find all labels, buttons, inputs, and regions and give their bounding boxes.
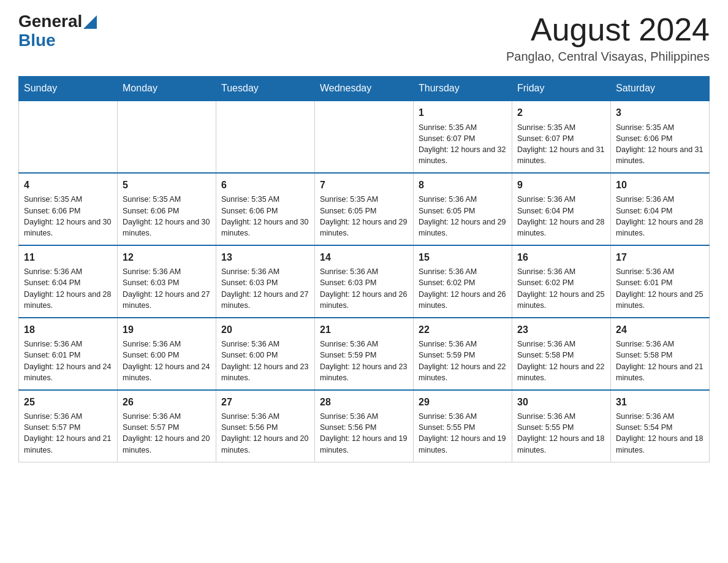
day-number: 26 — [123, 396, 211, 409]
calendar-header-monday: Monday — [118, 77, 216, 101]
day-number: 15 — [419, 251, 507, 264]
logo-general-text: General — [18, 12, 82, 31]
day-number: 17 — [616, 251, 704, 264]
calendar-cell-2-6: 9Sunrise: 5:36 AM Sunset: 6:04 PM Daylig… — [512, 173, 611, 245]
day-number: 19 — [123, 323, 211, 337]
day-number: 12 — [123, 251, 211, 264]
day-info: Sunrise: 5:36 AM Sunset: 6:01 PM Dayligh… — [24, 339, 112, 383]
day-number: 25 — [24, 396, 112, 409]
day-info: Sunrise: 5:36 AM Sunset: 5:55 PM Dayligh… — [419, 411, 507, 456]
day-number: 8 — [419, 178, 507, 192]
calendar-header-thursday: Thursday — [414, 77, 512, 101]
logo-triangle-icon — [83, 15, 97, 29]
day-info: Sunrise: 5:36 AM Sunset: 6:01 PM Dayligh… — [616, 266, 704, 311]
day-number: 22 — [419, 323, 507, 337]
day-info: Sunrise: 5:35 AM Sunset: 6:05 PM Dayligh… — [320, 194, 408, 239]
day-info: Sunrise: 5:36 AM Sunset: 5:57 PM Dayligh… — [123, 411, 211, 456]
day-number: 18 — [24, 323, 112, 337]
calendar-cell-1-7: 3Sunrise: 5:35 AM Sunset: 6:06 PM Daylig… — [611, 101, 710, 173]
calendar-cell-4-1: 18Sunrise: 5:36 AM Sunset: 6:01 PM Dayli… — [19, 318, 118, 390]
day-info: Sunrise: 5:36 AM Sunset: 6:03 PM Dayligh… — [221, 266, 309, 311]
day-info: Sunrise: 5:35 AM Sunset: 6:06 PM Dayligh… — [616, 122, 704, 167]
day-number: 9 — [517, 178, 605, 192]
day-info: Sunrise: 5:35 AM Sunset: 6:07 PM Dayligh… — [517, 122, 605, 167]
calendar-cell-2-2: 5Sunrise: 5:35 AM Sunset: 6:06 PM Daylig… — [118, 173, 216, 245]
day-number: 4 — [24, 178, 112, 192]
day-number: 24 — [616, 323, 704, 337]
day-info: Sunrise: 5:36 AM Sunset: 6:05 PM Dayligh… — [419, 194, 507, 239]
calendar-cell-3-7: 17Sunrise: 5:36 AM Sunset: 6:01 PM Dayli… — [611, 245, 710, 318]
day-number: 29 — [419, 396, 507, 409]
calendar-header-sunday: Sunday — [19, 77, 118, 101]
title-section: August 2024 Panglao, Central Visayas, Ph… — [506, 12, 710, 64]
calendar-cell-5-4: 28Sunrise: 5:36 AM Sunset: 5:56 PM Dayli… — [315, 390, 414, 462]
calendar-cell-5-2: 26Sunrise: 5:36 AM Sunset: 5:57 PM Dayli… — [118, 390, 216, 462]
calendar-cell-5-5: 29Sunrise: 5:36 AM Sunset: 5:55 PM Dayli… — [414, 390, 512, 462]
calendar-week-row-5: 25Sunrise: 5:36 AM Sunset: 5:57 PM Dayli… — [19, 390, 710, 462]
calendar-cell-5-7: 31Sunrise: 5:36 AM Sunset: 5:54 PM Dayli… — [611, 390, 710, 462]
calendar-cell-1-3 — [216, 101, 315, 173]
page-header: General Blue August 2024 Panglao, Centra… — [18, 12, 710, 64]
logo: General Blue — [18, 12, 97, 50]
calendar-cell-2-4: 7Sunrise: 5:35 AM Sunset: 6:05 PM Daylig… — [315, 173, 414, 245]
calendar-header-saturday: Saturday — [611, 77, 710, 101]
day-info: Sunrise: 5:36 AM Sunset: 5:58 PM Dayligh… — [517, 339, 605, 383]
calendar-cell-1-1 — [19, 101, 118, 173]
calendar-week-row-1: 1Sunrise: 5:35 AM Sunset: 6:07 PM Daylig… — [19, 101, 710, 173]
calendar-cell-1-4 — [315, 101, 414, 173]
calendar-cell-1-2 — [118, 101, 216, 173]
day-number: 3 — [616, 106, 704, 120]
day-info: Sunrise: 5:36 AM Sunset: 6:03 PM Dayligh… — [320, 266, 408, 311]
day-info: Sunrise: 5:36 AM Sunset: 6:00 PM Dayligh… — [123, 339, 211, 383]
day-info: Sunrise: 5:36 AM Sunset: 5:57 PM Dayligh… — [24, 411, 112, 456]
calendar-cell-3-5: 15Sunrise: 5:36 AM Sunset: 6:02 PM Dayli… — [414, 245, 512, 318]
day-number: 10 — [616, 178, 704, 192]
day-info: Sunrise: 5:36 AM Sunset: 6:03 PM Dayligh… — [123, 266, 211, 311]
day-number: 27 — [221, 396, 309, 409]
calendar-table: SundayMondayTuesdayWednesdayThursdayFrid… — [18, 76, 710, 462]
calendar-cell-3-2: 12Sunrise: 5:36 AM Sunset: 6:03 PM Dayli… — [118, 245, 216, 318]
calendar-header-wednesday: Wednesday — [315, 77, 414, 101]
calendar-week-row-3: 11Sunrise: 5:36 AM Sunset: 6:04 PM Dayli… — [19, 245, 710, 318]
calendar-cell-3-6: 16Sunrise: 5:36 AM Sunset: 6:02 PM Dayli… — [512, 245, 611, 318]
day-info: Sunrise: 5:35 AM Sunset: 6:06 PM Dayligh… — [24, 194, 112, 239]
logo-blue-text: Blue — [18, 31, 97, 50]
calendar-cell-5-1: 25Sunrise: 5:36 AM Sunset: 5:57 PM Dayli… — [19, 390, 118, 462]
day-number: 31 — [616, 396, 704, 409]
day-number: 7 — [320, 178, 408, 192]
calendar-week-row-2: 4Sunrise: 5:35 AM Sunset: 6:06 PM Daylig… — [19, 173, 710, 245]
day-number: 5 — [123, 178, 211, 192]
day-info: Sunrise: 5:35 AM Sunset: 6:06 PM Dayligh… — [123, 194, 211, 239]
day-number: 16 — [517, 251, 605, 264]
day-info: Sunrise: 5:36 AM Sunset: 6:02 PM Dayligh… — [517, 266, 605, 311]
calendar-cell-4-7: 24Sunrise: 5:36 AM Sunset: 5:58 PM Dayli… — [611, 318, 710, 390]
day-info: Sunrise: 5:36 AM Sunset: 5:55 PM Dayligh… — [517, 411, 605, 456]
calendar-cell-4-3: 20Sunrise: 5:36 AM Sunset: 6:00 PM Dayli… — [216, 318, 315, 390]
day-info: Sunrise: 5:35 AM Sunset: 6:06 PM Dayligh… — [221, 194, 309, 239]
calendar-cell-3-3: 13Sunrise: 5:36 AM Sunset: 6:03 PM Dayli… — [216, 245, 315, 318]
day-number: 21 — [320, 323, 408, 337]
day-info: Sunrise: 5:36 AM Sunset: 6:04 PM Dayligh… — [517, 194, 605, 239]
svg-marker-0 — [83, 15, 97, 29]
calendar-cell-4-2: 19Sunrise: 5:36 AM Sunset: 6:00 PM Dayli… — [118, 318, 216, 390]
day-number: 20 — [221, 323, 309, 337]
calendar-cell-5-3: 27Sunrise: 5:36 AM Sunset: 5:56 PM Dayli… — [216, 390, 315, 462]
calendar-cell-1-5: 1Sunrise: 5:35 AM Sunset: 6:07 PM Daylig… — [414, 101, 512, 173]
day-number: 13 — [221, 251, 309, 264]
calendar-cell-4-5: 22Sunrise: 5:36 AM Sunset: 5:59 PM Dayli… — [414, 318, 512, 390]
calendar-cell-2-5: 8Sunrise: 5:36 AM Sunset: 6:05 PM Daylig… — [414, 173, 512, 245]
day-number: 14 — [320, 251, 408, 264]
month-title: August 2024 — [506, 12, 710, 47]
day-info: Sunrise: 5:36 AM Sunset: 6:04 PM Dayligh… — [616, 194, 704, 239]
location-title: Panglao, Central Visayas, Philippines — [506, 50, 710, 64]
calendar-header-tuesday: Tuesday — [216, 77, 315, 101]
day-info: Sunrise: 5:35 AM Sunset: 6:07 PM Dayligh… — [419, 122, 507, 167]
day-number: 11 — [24, 251, 112, 264]
calendar-header-friday: Friday — [512, 77, 611, 101]
day-number: 2 — [517, 106, 605, 120]
day-number: 6 — [221, 178, 309, 192]
day-info: Sunrise: 5:36 AM Sunset: 5:56 PM Dayligh… — [320, 411, 408, 456]
calendar-cell-2-3: 6Sunrise: 5:35 AM Sunset: 6:06 PM Daylig… — [216, 173, 315, 245]
calendar-cell-3-1: 11Sunrise: 5:36 AM Sunset: 6:04 PM Dayli… — [19, 245, 118, 318]
calendar-cell-4-6: 23Sunrise: 5:36 AM Sunset: 5:58 PM Dayli… — [512, 318, 611, 390]
